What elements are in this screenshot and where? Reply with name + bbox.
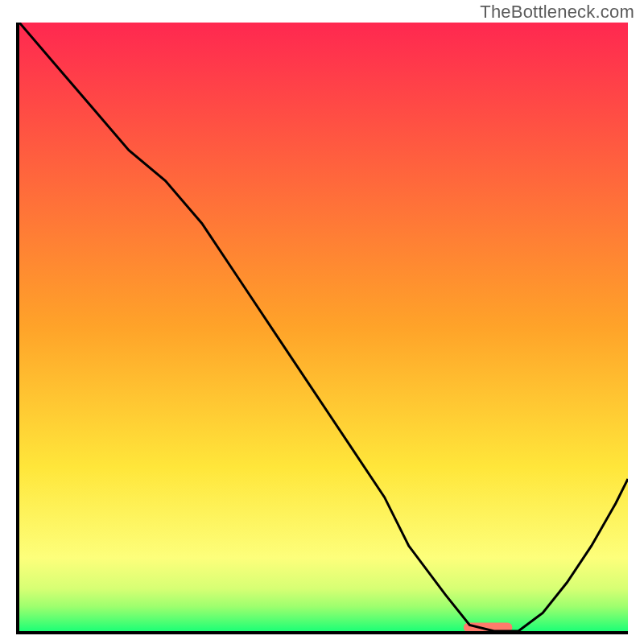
chart-frame: TheBottleneck.com xyxy=(0,0,644,644)
plot-svg xyxy=(19,23,628,631)
watermark-text: TheBottleneck.com xyxy=(480,2,634,23)
plot-area xyxy=(16,23,628,634)
gradient-background xyxy=(19,23,628,631)
